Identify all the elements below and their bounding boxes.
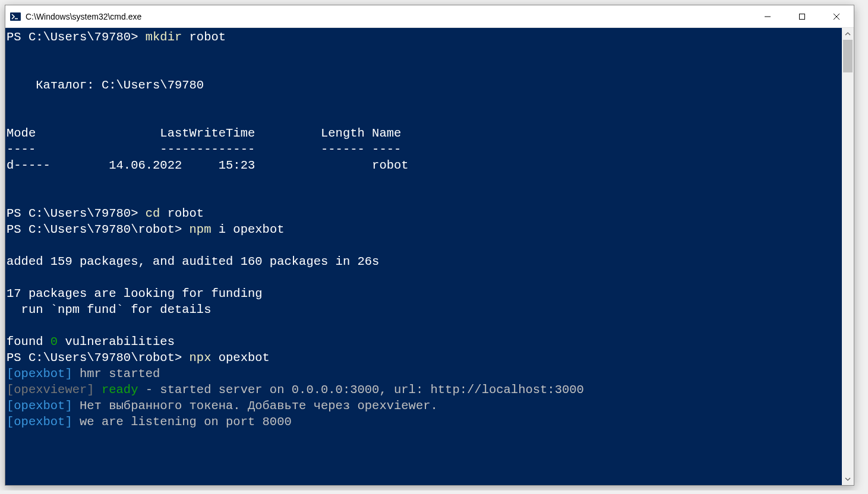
blank-line xyxy=(7,110,14,124)
prompt: PS C:\Users\79780\robot> xyxy=(7,351,190,365)
npm-added: added 159 packages, and audited 160 pack… xyxy=(7,255,379,268)
line-prompt-2: PS C:\Users\79780> cd robot xyxy=(7,207,204,220)
titlebar-controls xyxy=(750,5,854,27)
arg-robot: robot xyxy=(182,30,226,44)
dir-header: Mode LastWriteTime Length Name xyxy=(7,126,401,140)
bot-hmr: [opexbot] hmr started xyxy=(7,367,160,381)
terminal-output[interactable]: PS C:\Users\79780> mkdir robot Каталог: … xyxy=(5,28,842,485)
arg-opexbot: opexbot xyxy=(211,351,269,365)
command-npm: npm xyxy=(190,223,212,236)
prompt: PS C:\Users\79780> xyxy=(7,207,146,220)
dir-label: Каталог: C:\Users\79780 xyxy=(7,78,204,92)
tag-opexbot: [opexbot] xyxy=(7,415,72,429)
blank-line xyxy=(7,319,14,332)
arg-i-opexbot: i opexbot xyxy=(211,223,284,236)
blank-line xyxy=(7,46,14,60)
dir-divider: ---- ------------- ------ ---- xyxy=(7,142,401,156)
line-prompt-1: PS C:\Users\79780> mkdir robot xyxy=(7,30,226,44)
blank-line xyxy=(7,271,14,284)
scrollbar-track[interactable] xyxy=(842,40,854,473)
arg-robot: robot xyxy=(160,207,204,220)
tag-opexviewer: [opexviewer] xyxy=(7,383,94,397)
tag-opexbot: [opexbot] xyxy=(7,399,72,413)
msg-hmr: hmr started xyxy=(72,367,160,381)
svg-rect-0 xyxy=(10,12,21,21)
line-prompt-4: PS C:\Users\79780\robot> npx opexbot xyxy=(7,351,270,365)
msg-token: Нет выбранного токена. Добавьте через op… xyxy=(72,399,438,413)
scrollbar[interactable] xyxy=(842,28,854,485)
blank-line xyxy=(7,94,14,108)
svg-rect-3 xyxy=(800,14,805,19)
scrollbar-thumb[interactable] xyxy=(843,40,853,72)
bot-token: [opexbot] Нет выбранного токена. Добавьт… xyxy=(7,399,438,413)
powershell-icon xyxy=(10,11,21,22)
window-title: C:\Windows\system32\cmd.exe xyxy=(26,12,750,21)
blank-line xyxy=(7,175,14,188)
blank-line xyxy=(7,62,14,76)
ready-post: - started server on 0.0.0.0:3000, url: h… xyxy=(138,383,583,397)
dir-row: d----- 14.06.2022 15:23 robot xyxy=(7,159,409,172)
ready-word: ready xyxy=(94,383,138,397)
prompt: PS C:\Users\79780> xyxy=(7,30,146,44)
minimize-button[interactable] xyxy=(750,5,785,27)
titlebar[interactable]: C:\Windows\system32\cmd.exe xyxy=(5,5,854,28)
prompt: PS C:\Users\79780\robot> xyxy=(7,223,190,236)
bot-listen: [opexbot] we are listening on port 8000 xyxy=(7,415,292,429)
found-zero: 0 xyxy=(50,335,58,349)
line-prompt-3: PS C:\Users\79780\robot> npm i opexbot xyxy=(7,223,285,236)
blank-line xyxy=(7,239,14,252)
npm-funding-1: 17 packages are looking for funding xyxy=(7,287,263,300)
cmd-window: C:\Windows\system32\cmd.exe PS C:\Users\… xyxy=(5,5,854,486)
viewer-ready: [opexviewer] ready - started server on 0… xyxy=(7,383,584,397)
found-post: vulnerabilities xyxy=(58,335,175,349)
command-npx: npx xyxy=(190,351,212,365)
close-button[interactable] xyxy=(819,5,854,27)
found-pre: found xyxy=(7,335,50,349)
npm-funding-2: run `npm fund` for details xyxy=(7,303,211,316)
maximize-button[interactable] xyxy=(785,5,819,27)
terminal-area: PS C:\Users\79780> mkdir robot Каталог: … xyxy=(5,28,854,485)
command-cd: cd xyxy=(146,207,160,220)
command-mkdir: mkdir xyxy=(146,30,182,44)
blank-line xyxy=(7,191,14,204)
scroll-down-icon[interactable] xyxy=(842,473,854,485)
scroll-up-icon[interactable] xyxy=(842,28,854,40)
msg-listen: we are listening on port 8000 xyxy=(72,415,292,429)
tag-opexbot: [opexbot] xyxy=(7,367,72,381)
npm-found: found 0 vulnerabilities xyxy=(7,335,175,349)
